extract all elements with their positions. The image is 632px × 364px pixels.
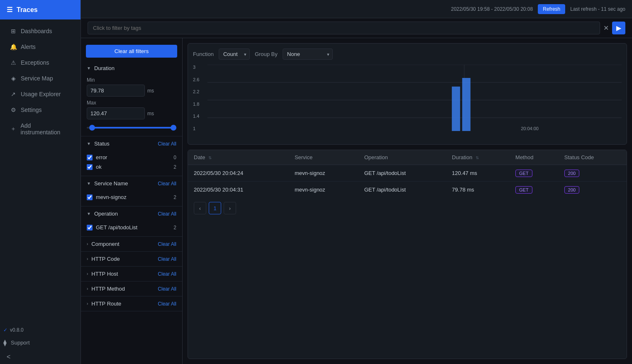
status-ok-row: ok 2 — [87, 162, 176, 172]
right-panel: Function Count Sum Avg Min Max Group By — [183, 38, 632, 364]
max-duration-input[interactable] — [87, 107, 145, 119]
y-label-26: 2.6 — [193, 77, 205, 82]
table-row[interactable]: 2022/05/30 20:04:31 mevn-signoz GET /api… — [188, 182, 627, 198]
sidebar-item-exceptions[interactable]: ⚠ Exceptions — [3, 55, 77, 70]
service-mevn-label: mevn-signoz — [96, 194, 127, 200]
status-error-row: error 0 — [87, 153, 176, 162]
sidebar-item-dashboards[interactable]: ⊞ Dashboards — [3, 24, 77, 39]
cell-operation-2: GET /api/todoList — [359, 182, 446, 198]
topbar: 2022/05/30 19:58 - 2022/05/30 20:08 Refr… — [81, 0, 632, 18]
component-chevron: › — [87, 242, 88, 246]
operation-get-checkbox[interactable] — [87, 225, 93, 231]
duration-section: ▼ Duration Min ms — [81, 61, 182, 136]
sidebar-item-service-map[interactable]: ◈ Service Map — [3, 71, 77, 86]
hamburger-icon[interactable]: ☰ — [7, 6, 12, 14]
service-mevn-checkbox[interactable] — [87, 194, 93, 200]
status-section: ▼ Status Clear All error 0 — [81, 136, 182, 176]
range-thumb-right[interactable] — [171, 125, 176, 131]
function-select[interactable]: Count Sum Avg Min Max — [219, 49, 250, 60]
method-badge-1: GET — [515, 170, 532, 177]
svg-rect-6 — [462, 78, 471, 131]
sidebar-header: ☰ Traces — [0, 0, 81, 19]
status-ok-checkbox[interactable] — [87, 164, 93, 170]
prev-page-button[interactable]: ‹ — [194, 202, 206, 214]
support-item[interactable]: ⧫ Support — [0, 335, 81, 350]
operation-clear-link[interactable]: Clear All — [158, 211, 176, 217]
status-body: error 0 ok 2 — [81, 151, 182, 176]
slack-icon: ⧫ — [3, 339, 7, 347]
col-duration[interactable]: Duration ⇅ — [446, 150, 510, 165]
sidebar-item-usage-explorer[interactable]: ↗ Usage Explorer — [3, 87, 77, 102]
component-header[interactable]: › Component Clear All — [81, 237, 182, 251]
operation-label: Operation — [94, 211, 118, 217]
group-by-select-wrapper: None Service Operation HTTP Method — [283, 49, 333, 60]
cell-duration-1: 120.47 ms — [446, 165, 510, 182]
http-method-chevron: › — [87, 286, 88, 291]
left-panel: Clear all filters ▼ Duration Min — [81, 38, 183, 364]
sidebar-item-label: Service Map — [21, 75, 53, 82]
y-label-1: 1 — [193, 126, 205, 131]
tag-filter-input[interactable] — [88, 22, 600, 34]
http-route-label: HTTP Route — [91, 301, 121, 307]
duration-range-slider[interactable] — [87, 124, 176, 132]
cell-service-1: mevn-signoz — [289, 165, 359, 182]
status-error-label: error — [96, 154, 107, 160]
sidebar-title: Traces — [17, 6, 38, 14]
status-ok-label: ok — [96, 164, 102, 170]
chart-time-label: 20:04:00 — [521, 126, 539, 131]
service-mevn-row: mevn-signoz 2 — [87, 192, 176, 202]
sidebar-item-settings[interactable]: ⚙ Settings — [3, 102, 77, 117]
http-host-clear-link[interactable]: Clear All — [158, 271, 176, 277]
sidebar-item-label: Dashboards — [21, 28, 52, 34]
sidebar-collapse-button[interactable]: < — [0, 350, 81, 364]
service-name-header[interactable]: ▼ Service Name Clear All — [81, 176, 182, 191]
http-code-header[interactable]: › HTTP Code Clear All — [81, 252, 182, 266]
next-page-button[interactable]: › — [224, 202, 236, 214]
chart-container: Function Count Sum Avg Min Max Group By — [188, 43, 627, 145]
sidebar-item-label: Exceptions — [21, 59, 49, 66]
http-code-clear-link[interactable]: Clear All — [158, 256, 176, 262]
http-method-header[interactable]: › HTTP Method Clear All — [81, 281, 182, 296]
group-by-select[interactable]: None Service Operation HTTP Method — [283, 49, 333, 60]
check-icon: ✓ — [3, 327, 7, 333]
http-method-section: › HTTP Method Clear All — [81, 281, 182, 296]
duration-header[interactable]: ▼ Duration — [81, 61, 182, 75]
status-error-count: 0 — [173, 155, 176, 160]
http-method-clear-link[interactable]: Clear All — [158, 286, 176, 292]
service-name-clear-link[interactable]: Clear All — [158, 181, 176, 187]
min-duration-input[interactable] — [87, 85, 145, 97]
refresh-button[interactable]: Refresh — [538, 4, 565, 14]
status-error-checkbox[interactable] — [87, 155, 93, 160]
http-host-header[interactable]: › HTTP Host Clear All — [81, 267, 182, 281]
function-select-wrapper: Count Sum Avg Min Max — [219, 49, 250, 60]
method-badge-2: GET — [515, 186, 532, 194]
page-1-button[interactable]: 1 — [209, 202, 221, 214]
status-header[interactable]: ▼ Status Clear All — [81, 136, 182, 151]
service-name-chevron: ▼ — [87, 181, 91, 186]
status-label: Status — [94, 141, 110, 147]
sidebar-item-add-instrumentation[interactable]: ＋ Add instrumentation — [3, 118, 77, 140]
chart-icon: ↗ — [10, 91, 17, 97]
component-label: Component — [91, 241, 119, 247]
http-route-chevron: › — [87, 301, 88, 306]
table-header: Date ⇅ Service Operation D — [188, 150, 627, 165]
table-body: 2022/05/30 20:04:24 mevn-signoz GET /api… — [188, 165, 627, 198]
clear-all-filters-button[interactable]: Clear all filters — [86, 45, 177, 58]
component-section: › Component Clear All — [81, 237, 182, 252]
component-clear-link[interactable]: Clear All — [158, 241, 176, 247]
col-date[interactable]: Date ⇅ — [188, 150, 289, 165]
status-clear-link[interactable]: Clear All — [158, 141, 176, 147]
data-table: Date ⇅ Service Operation D — [188, 150, 627, 198]
table-row[interactable]: 2022/05/30 20:04:24 mevn-signoz GET /api… — [188, 165, 627, 182]
operation-header[interactable]: ▼ Operation Clear All — [81, 206, 182, 221]
http-route-clear-link[interactable]: Clear All — [158, 301, 176, 307]
filter-clear-button[interactable]: ✕ — [603, 24, 609, 32]
gear-icon: ⚙ — [10, 107, 17, 113]
range-thumb-left[interactable] — [89, 125, 95, 131]
http-route-header[interactable]: › HTTP Route Clear All — [81, 296, 182, 311]
filter-run-button[interactable]: ▶ — [612, 22, 625, 34]
sidebar-item-alerts[interactable]: 🔔 Alerts — [3, 39, 77, 54]
operation-get-count: 2 — [173, 225, 176, 231]
status-ok-count: 2 — [173, 164, 176, 170]
col-service: Service — [289, 150, 359, 165]
